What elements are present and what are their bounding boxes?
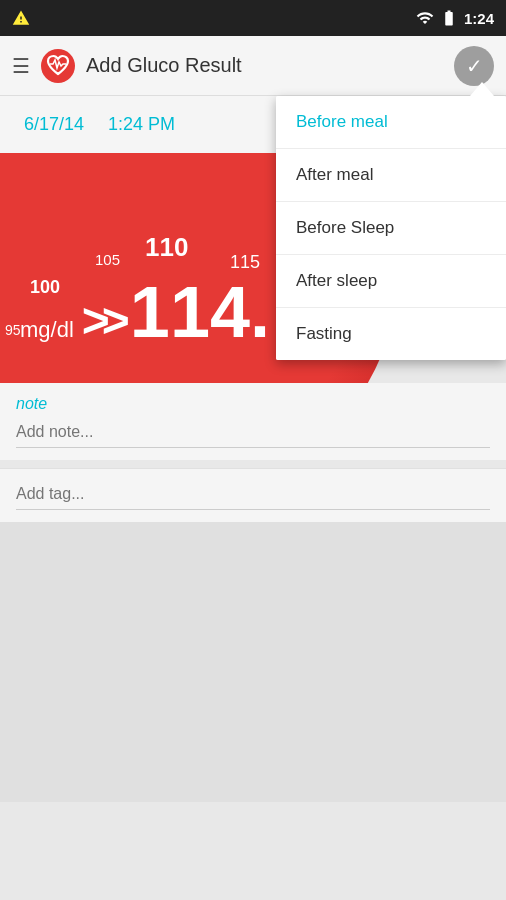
wifi-icon [416, 9, 434, 27]
note-input[interactable] [16, 419, 490, 448]
tag-input[interactable] [16, 481, 490, 510]
dropdown-item-after-meal[interactable]: After meal [276, 149, 506, 202]
status-bar-left [12, 9, 30, 27]
scale-105: 105 [95, 251, 120, 268]
check-icon: ✓ [466, 54, 483, 78]
scale-95: 95 [5, 322, 21, 338]
note-label: note [16, 395, 490, 413]
date-button[interactable]: 6/17/14 [16, 110, 92, 139]
scale-115: 115 [230, 252, 260, 273]
tag-section [0, 468, 506, 522]
dropdown-item-before-meal[interactable]: Before meal [276, 96, 506, 149]
action-bar: ☰ Add Gluco Result ✓ [0, 36, 506, 96]
warning-icon [12, 9, 30, 27]
status-bar: 1:24 [0, 0, 506, 36]
confirm-button[interactable]: ✓ [454, 46, 494, 86]
scale-110: 110 [145, 232, 188, 263]
bottom-area [0, 522, 506, 802]
dropdown-menu: Before meal After meal Before Sleep Afte… [276, 96, 506, 360]
gauge-unit: mg/dl [20, 317, 74, 343]
status-time: 1:24 [464, 10, 494, 27]
dropdown-item-before-sleep[interactable]: Before Sleep [276, 202, 506, 255]
time-button[interactable]: 1:24 PM [100, 110, 183, 139]
gauge-value-display: mg/dl >> 114. [20, 271, 270, 353]
note-section: note [0, 383, 506, 460]
dropdown-arrow [470, 82, 494, 96]
app-logo [40, 48, 76, 84]
battery-icon [440, 9, 458, 27]
hamburger-icon[interactable]: ☰ [12, 54, 30, 78]
dropdown-item-fasting[interactable]: Fasting [276, 308, 506, 360]
gauge-number: 114. [130, 271, 270, 353]
status-bar-right: 1:24 [416, 9, 494, 27]
dropdown-item-after-sleep[interactable]: After sleep [276, 255, 506, 308]
app-title: Add Gluco Result [86, 54, 454, 77]
dropdown-overlay: Before meal After meal Before Sleep Afte… [276, 96, 506, 360]
gauge-arrows: >> [82, 293, 122, 348]
